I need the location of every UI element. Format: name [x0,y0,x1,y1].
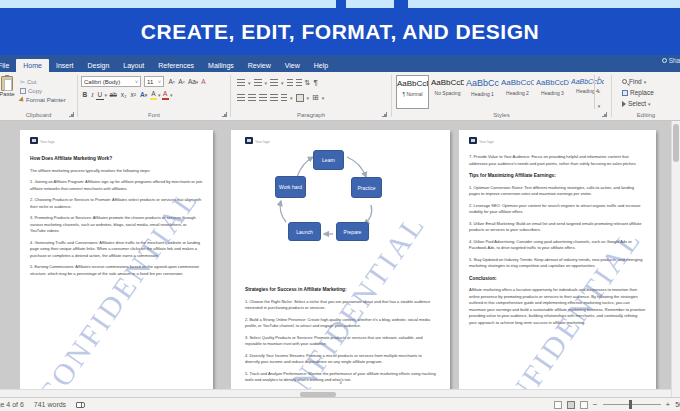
share-label: Share [669,57,680,64]
tab-design[interactable]: Design [80,59,116,72]
shading-dropdown[interactable]: ▾ [307,95,310,101]
numbering-dropdown[interactable]: ▾ [265,80,268,86]
shading-icon[interactable] [296,94,304,102]
borders-icon[interactable]: ⊞ [312,93,319,102]
justify-icon[interactable] [270,94,278,102]
style-heading-1[interactable]: AaBbCc Heading 1 [466,75,499,109]
highlight-dropdown[interactable]: ▾ [158,92,161,98]
shrink-font-button[interactable]: A˅ [177,76,187,87]
zoom-percentage[interactable]: 50 [675,401,680,408]
logo-icon [469,137,477,144]
horizontal-scroll-thumb[interactable] [300,392,336,397]
style-heading-2[interactable]: AaBbCcC Heading 2 [501,75,534,109]
vertical-scroll-thumb[interactable] [673,124,679,162]
styles-dialog-launcher[interactable] [602,112,607,117]
page-indicator[interactable]: Page 4 of 6 [0,401,24,408]
vertical-scrollbar[interactable] [671,121,680,397]
share-button[interactable]: Share [662,57,680,64]
cut-button[interactable]: ✂ Cut [20,77,66,86]
text-effects-button[interactable]: A▾ [139,89,149,100]
decrease-indent-icon[interactable] [287,79,293,87]
copy-button[interactable]: Copy [20,86,66,95]
tab-insert[interactable]: Insert [49,59,81,72]
numbering-icon[interactable] [254,79,262,87]
tab-mailings[interactable]: Mailings [201,59,241,72]
font-dialog-launcher[interactable] [222,112,227,117]
align-right-icon[interactable] [259,94,267,102]
tab-home[interactable]: Home [16,59,49,72]
diagram-node-learn[interactable]: Learn [313,150,344,170]
bold-button[interactable]: B [81,89,89,100]
style-no-spacing[interactable]: AaBbCcDc No Spacing [431,75,464,109]
chevron-down-icon: ˅ [158,79,161,85]
line-spacing-dropdown[interactable]: ▾ [290,95,293,101]
multilevel-dropdown[interactable]: ▾ [281,80,284,86]
search-icon [622,79,627,84]
format-painter-button[interactable]: Format Painter [20,95,66,104]
highlight-button[interactable]: A [150,89,157,100]
bullets-icon[interactable] [237,79,245,87]
style-normal[interactable]: AaBbCcDc ¶ Normal [396,75,429,109]
zoom-out-button[interactable]: − [593,400,598,409]
tab-references[interactable]: References [151,59,201,72]
strikethrough-button[interactable]: ab [108,89,118,100]
web-layout-button[interactable] [580,401,588,409]
cycle-diagram[interactable]: Learn Practice Prepare Launch Work hard [231,144,450,254]
styles-gallery-more-icon[interactable]: ▾ [598,103,601,109]
increase-indent-icon[interactable] [296,79,302,87]
underline-button[interactable]: U [96,89,104,100]
font-color-dropdown[interactable]: ▾ [170,92,173,98]
word-count[interactable]: 741 words [34,401,66,408]
tab-layout[interactable]: Layout [116,59,151,72]
styles-scroll-up-icon[interactable]: ˄ [598,75,601,81]
diagram-node-workhard[interactable]: Work hard [275,176,306,198]
replace-button[interactable]: Replace [622,87,654,98]
underline-dropdown[interactable]: ▾ [105,92,108,98]
paste-button[interactable]: Paste [0,76,20,97]
subscript-button[interactable]: x₂ [119,89,128,100]
print-layout-button[interactable] [567,401,575,409]
font-color-button[interactable]: A [162,89,169,100]
diagram-node-prepare[interactable]: Prepare [336,222,369,241]
style-heading-3[interactable]: AaBbCcD Heading 3 [536,75,569,109]
font-name-value: Calibri (Body) [84,79,120,85]
diagram-node-launch[interactable]: Launch [288,222,321,241]
clipboard-dialog-launcher[interactable] [69,112,74,117]
bullets-dropdown[interactable]: ▾ [248,80,251,86]
proofing-icon[interactable] [76,402,85,408]
font-name-combo[interactable]: Calibri (Body) ˅ [81,76,141,87]
tab-view[interactable]: View [278,59,307,72]
paragraph-dialog-launcher[interactable] [382,112,387,117]
tab-help[interactable]: Help [307,59,335,72]
sort-icon[interactable]: ⇅ [305,79,311,87]
zoom-slider[interactable] [603,404,661,405]
align-left-icon[interactable] [237,94,245,102]
strikethrough-icon: ab [110,91,117,98]
change-case-button[interactable]: Aa▾ [186,76,199,87]
style-name: Heading 3 [536,90,569,96]
styles-scroll-down-icon[interactable]: ˅ [598,89,601,95]
line-spacing-icon[interactable] [281,94,287,102]
font-size-combo[interactable]: 11 ˅ [144,76,164,87]
find-button[interactable]: Find ▾ [622,76,654,87]
multilevel-list-icon[interactable] [270,79,278,87]
horizontal-scrollbar[interactable] [0,389,671,397]
show-hide-pilcrow-icon[interactable]: ¶ [313,78,317,87]
read-mode-button[interactable] [554,401,562,409]
diagram-node-practice[interactable]: Practice [351,177,382,198]
arrow-workhard-to-learn [297,157,313,177]
select-button[interactable]: Select ▾ [622,98,654,109]
grow-font-button[interactable]: A˄ [167,76,177,87]
clear-formatting-button[interactable]: A [200,76,207,87]
align-center-icon[interactable] [248,94,256,102]
zoom-in-button[interactable]: + [666,400,671,409]
clipboard-group: Paste ✂ Cut Copy Format Painter Clipboar… [0,72,77,120]
document-canvas: Your logo How Does Affiliate Marketing W… [0,121,680,397]
superscript-button[interactable]: x² [129,89,137,100]
tab-file[interactable]: File [0,59,16,72]
borders-dropdown[interactable]: ▾ [322,95,325,101]
italic-button[interactable]: I [90,89,95,100]
superscript-icon: x² [131,91,136,98]
tab-review[interactable]: Review [241,59,278,72]
zoom-slider-thumb[interactable] [629,400,632,409]
